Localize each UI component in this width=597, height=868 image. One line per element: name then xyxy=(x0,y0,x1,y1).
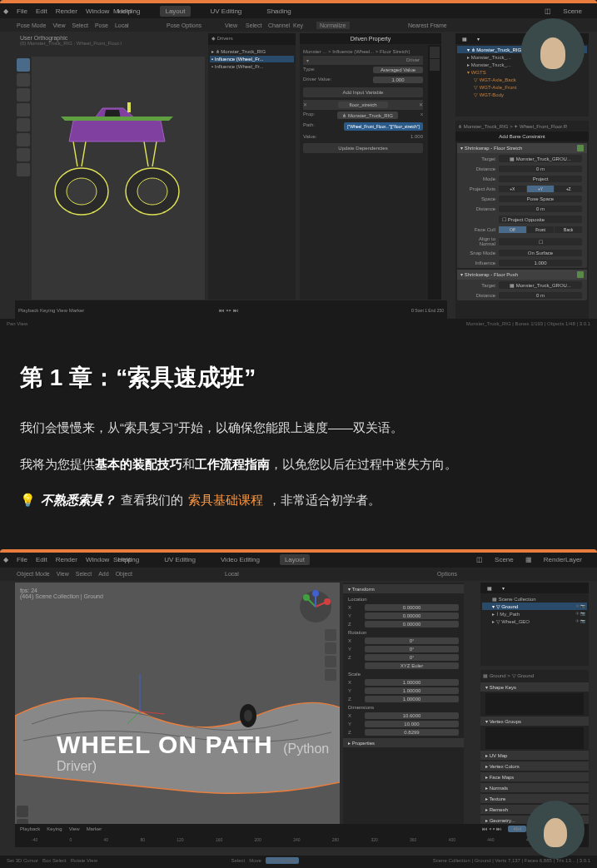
distance3-field[interactable]: 0 m xyxy=(499,292,582,299)
3d-viewport[interactable]: User Orthographic (0) Monster_Truck_RIG … xyxy=(15,33,205,300)
loc-y[interactable]: 0.00000 xyxy=(365,613,459,619)
driver-item-1[interactable]: • Influence (Wheel_Fr... xyxy=(210,56,294,62)
distance-field[interactable]: 0 m xyxy=(499,166,582,172)
hdr-add[interactable]: Add xyxy=(98,571,108,577)
menu-edit-2[interactable]: Edit xyxy=(36,556,47,563)
frame-current-2[interactable]: 464 xyxy=(508,826,526,832)
tool-scale[interactable] xyxy=(17,118,30,131)
scene-collection-item[interactable]: ▦ Scene Collection xyxy=(482,595,587,603)
menu-render-2[interactable]: Render xyxy=(56,556,77,563)
scale-x[interactable]: 1.00000 xyxy=(365,679,459,686)
pose-options[interactable]: Pose Options xyxy=(167,22,201,28)
scale-y[interactable]: 1.00000 xyxy=(365,687,459,694)
add-input-button[interactable]: Add Input Variable xyxy=(303,87,423,97)
mode-select-2[interactable]: Object Mode xyxy=(17,571,50,577)
type-dropdown[interactable]: Averaged Value xyxy=(373,67,423,73)
outliner-item-wgt3[interactable]: ▽ WGT-Body xyxy=(457,91,587,98)
tl-marker[interactable]: Marker xyxy=(69,308,85,313)
normalize-toggle[interactable]: Normalize xyxy=(316,22,350,29)
axis-x[interactable]: +X xyxy=(499,186,526,192)
tab-video[interactable]: Video Editing xyxy=(216,554,265,565)
orientation-2[interactable]: Local xyxy=(225,571,239,577)
hdr-view[interactable]: View xyxy=(52,22,65,28)
nearest-frame[interactable]: Nearest Frame xyxy=(408,22,447,28)
orientation-gizmo[interactable] xyxy=(298,589,333,624)
menu-window-2[interactable]: Window xyxy=(86,556,109,563)
tool-select[interactable] xyxy=(17,58,30,72)
mode-dropdown[interactable]: Project xyxy=(499,176,582,182)
frame-current[interactable]: 0 xyxy=(411,308,414,313)
play-controls[interactable]: ⏮ ◀ ▶ ⏭ xyxy=(219,308,238,313)
hdr-pose[interactable]: Pose xyxy=(95,22,108,28)
transform-header[interactable]: ▾ Transform xyxy=(343,584,464,593)
vgroups-list[interactable] xyxy=(485,727,584,749)
orientation[interactable]: Local xyxy=(115,22,129,28)
armature-item[interactable]: ▸ ⋔ Monster_Truck_RIG xyxy=(210,47,294,55)
tl2-view[interactable]: View xyxy=(69,826,80,831)
hdr-key[interactable]: Key xyxy=(293,22,303,28)
tl-view[interactable]: View xyxy=(57,308,67,313)
tab-uv-2[interactable]: UV Editing xyxy=(159,554,201,565)
tab-layout-2[interactable]: Layout xyxy=(280,554,310,565)
rigging-course-link[interactable]: 索具基础课程 xyxy=(188,489,263,511)
rot-y[interactable]: 0° xyxy=(365,646,459,652)
tab-shading[interactable]: Shading xyxy=(261,6,296,17)
update-deps-button[interactable]: Update Dependencies xyxy=(303,143,423,153)
scale-z[interactable]: 1.00000 xyxy=(365,696,459,702)
solo-icon[interactable] xyxy=(577,145,584,151)
project-opposite-check[interactable]: ☐ Project Opposite xyxy=(499,216,582,223)
hdr-view-2[interactable]: View xyxy=(57,571,69,577)
tl2-marker[interactable]: Marker xyxy=(87,826,102,831)
path-field[interactable]: ["Wheel_Front_Floor..."]["floor_stretch"… xyxy=(344,122,423,131)
tab-view[interactable] xyxy=(430,59,440,71)
menu-edit[interactable]: Edit xyxy=(36,7,47,15)
target2-field[interactable]: ▦ Monster_Truck_GROU... xyxy=(499,281,582,289)
properties-header[interactable]: ▸ Properties xyxy=(343,738,464,747)
solo-icon-2[interactable] xyxy=(577,271,584,278)
timeline-ruler[interactable]: -400408012016020024028032036040044048052… xyxy=(15,837,589,842)
cull-front[interactable]: Front xyxy=(527,226,555,233)
shapekeys-section[interactable]: ▾ Shape Keys xyxy=(480,682,589,692)
cull-back[interactable]: Back xyxy=(555,226,582,233)
tab-uv-editing[interactable]: UV Editing xyxy=(206,6,247,17)
hdr-channel[interactable]: Channel xyxy=(268,22,290,28)
hdr-select[interactable]: Select xyxy=(72,22,87,28)
menu-window[interactable]: Window xyxy=(86,7,109,15)
scene-selector[interactable]: ◫ Scene xyxy=(545,7,590,15)
constraint-header-2[interactable]: ▾ Shrinkwrap - Floor Push xyxy=(457,270,587,280)
vgroups-section[interactable]: ▾ Vertex Groups xyxy=(480,717,589,726)
rot-mode[interactable]: XYZ Euler xyxy=(365,662,459,669)
axis-z[interactable]: +Z xyxy=(555,186,582,192)
tool-annotate[interactable] xyxy=(17,148,30,161)
texture-section[interactable]: ▸ Texture xyxy=(480,794,589,803)
3d-viewport-2[interactable]: fps: 24 (464) Scene Collection | Ground xyxy=(15,583,340,824)
mode-select[interactable]: Pose Mode xyxy=(17,22,46,28)
add-constraint-button[interactable]: Add Bone Constraint xyxy=(455,131,589,141)
uvmap-section[interactable]: ▸ UV Map xyxy=(480,751,589,760)
menu-render[interactable]: Render xyxy=(56,7,77,15)
vcolors-section[interactable]: ▸ Vertex Colors xyxy=(480,761,589,771)
loc-x[interactable]: 0.00000 xyxy=(365,604,459,611)
hdr-select2[interactable]: Select xyxy=(246,22,261,28)
normals-section[interactable]: ▸ Normals xyxy=(480,783,589,792)
menu-file-2[interactable]: File xyxy=(17,556,27,563)
prop-field[interactable]: ⋔ Monster_Truck_RIG xyxy=(337,112,397,119)
loc-z[interactable]: 0.00000 xyxy=(365,621,459,627)
shapekeys-list[interactable] xyxy=(485,693,584,715)
constraint-header-1[interactable]: ▾ Shrinkwrap - Floor Stretch xyxy=(457,143,587,153)
hdr-object[interactable]: Object xyxy=(116,571,132,577)
timeline[interactable]: Playback Keying View Marker ⏮ ◀ ▶ ⏭ 0 St… xyxy=(15,300,447,320)
rot-z[interactable]: 0° xyxy=(365,654,459,661)
tool-move[interactable] xyxy=(17,88,30,102)
tool-measure[interactable] xyxy=(17,163,30,176)
facemaps-section[interactable]: ▸ Face Maps xyxy=(480,772,589,781)
tl2-playback[interactable]: Playback xyxy=(20,826,40,831)
snap-dropdown[interactable]: On Surface xyxy=(499,250,582,256)
driver-section[interactable]: ▾ Driver xyxy=(303,56,423,65)
outliner-item-wgt2[interactable]: ▽ WGT-Axle_Front xyxy=(457,83,587,91)
options-dropdown[interactable]: Options xyxy=(437,571,457,577)
distance2-field[interactable]: 0 m xyxy=(499,206,582,212)
frame-range[interactable]: Start 1 End 250 xyxy=(415,308,444,313)
space-dropdown[interactable]: Pose Space xyxy=(499,196,582,202)
influence-slider[interactable]: 1.000 xyxy=(499,260,582,266)
